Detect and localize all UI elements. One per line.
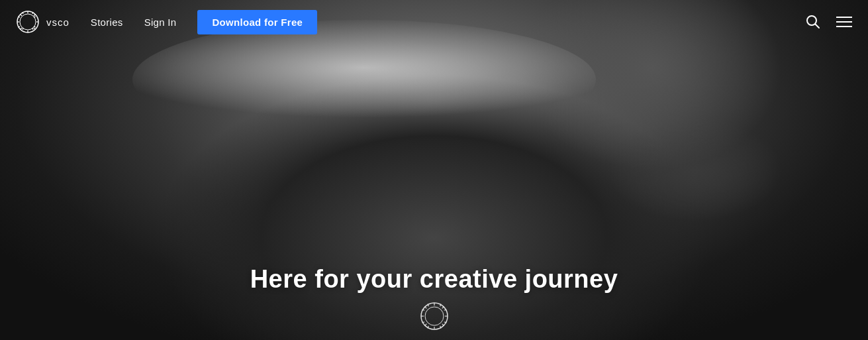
vsco-logo-icon (16, 10, 40, 34)
svg-point-1 (20, 14, 36, 30)
svg-point-0 (17, 11, 38, 32)
page-wrapper: vsco Stories Sign In Download for Free (0, 0, 868, 340)
hero-title: Here for your creative journey (250, 265, 618, 294)
nav-link-signin[interactable]: Sign In (144, 17, 177, 28)
svg-line-8 (34, 15, 35, 16)
svg-line-31 (442, 307, 444, 309)
search-icon (806, 15, 820, 29)
svg-line-30 (442, 324, 444, 326)
logo-text: vsco (46, 17, 70, 28)
nav-link-stories[interactable]: Stories (91, 17, 123, 28)
svg-line-32 (424, 324, 426, 326)
vsco-bottom-logo-icon (420, 302, 449, 331)
nav-left: vsco Stories Sign In Download for Free (16, 10, 806, 34)
hero-content: Here for your creative journey (250, 265, 618, 294)
svg-line-6 (21, 15, 22, 16)
svg-line-9 (21, 28, 22, 29)
search-button[interactable] (806, 15, 820, 29)
menu-button[interactable] (836, 16, 852, 28)
menu-icon (836, 16, 852, 28)
download-button[interactable]: Download for Free (197, 10, 317, 34)
logo[interactable]: vsco (16, 10, 70, 34)
nav-right (806, 15, 852, 29)
svg-line-19 (816, 25, 820, 28)
navbar: vsco Stories Sign In Download for Free (0, 0, 868, 44)
hero-bottom-icon (420, 302, 449, 333)
svg-point-24 (425, 307, 444, 325)
svg-line-7 (34, 28, 35, 29)
svg-line-29 (424, 307, 426, 309)
